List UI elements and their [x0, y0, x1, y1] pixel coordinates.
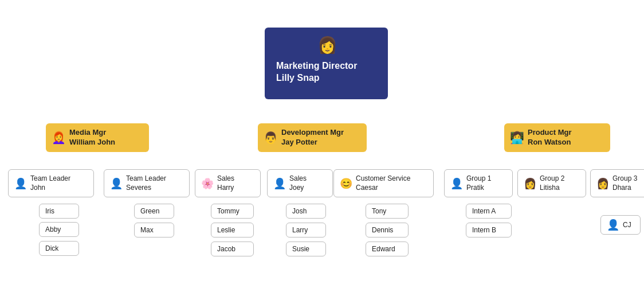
org-chart: 👩 Marketing Director Lilly Snap 👩‍🦰 Medi…	[0, 0, 644, 23]
group1-label: Group 1 Pratik	[466, 174, 491, 192]
group1-pratik-node: 👤 Group 1 Pratik	[444, 169, 513, 197]
sales-harry-node: 🌸 Sales Harry	[195, 169, 261, 197]
product-mgr-avatar: 👩‍💻	[510, 131, 524, 145]
dev-mgr-avatar: 👨	[264, 131, 278, 145]
edward-label: Edward	[372, 245, 395, 253]
tommy-label: Tommy	[217, 207, 239, 215]
group3-dhara-node: 👩 Group 3 Dhara	[590, 169, 644, 197]
iris-node: Iris	[39, 204, 79, 219]
dennis-label: Dennis	[372, 226, 393, 234]
dick-node: Dick	[39, 241, 79, 256]
leslie-label: Leslie	[217, 226, 235, 234]
root-avatar: 👩	[317, 36, 337, 54]
product-mgr-label: Product Mgr Ron Watson	[528, 128, 572, 147]
tl-severes-avatar: 👤	[110, 177, 123, 190]
group2-avatar: 👩	[524, 177, 536, 190]
larry-node: Larry	[286, 223, 326, 238]
group1-avatar: 👤	[450, 177, 463, 190]
susie-node: Susie	[286, 242, 326, 256]
intern-a-label: Intern A	[472, 207, 496, 215]
root-node: 👩 Marketing Director Lilly Snap	[265, 28, 388, 99]
product-mgr-node: 👩‍💻 Product Mgr Ron Watson	[504, 123, 610, 152]
media-mgr-avatar: 👩‍🦰	[52, 131, 66, 145]
max-label: Max	[140, 226, 154, 234]
dennis-node: Dennis	[366, 223, 409, 238]
media-mgr-label: Media Mgr William John	[69, 128, 115, 147]
jacob-label: Jacob	[217, 245, 235, 253]
tl-john-node: 👤 Team Leader John	[8, 169, 94, 197]
larry-label: Larry	[292, 226, 308, 234]
abby-node: Abby	[39, 222, 79, 237]
group2-label: Group 2 Litisha	[540, 174, 564, 192]
dev-mgr-label: Development Mgr Jay Potter	[281, 128, 344, 147]
tl-john-avatar: 👤	[14, 177, 27, 190]
tony-node: Tony	[366, 204, 409, 219]
cs-caesar-label: Customer Service Caesar	[356, 174, 410, 192]
tl-severes-label: Team Leader Severes	[126, 174, 166, 192]
sales-harry-avatar: 🌸	[201, 177, 214, 190]
sales-joey-label: Sales Joey	[289, 174, 307, 192]
dick-label: Dick	[45, 244, 58, 252]
media-mgr-node: 👩‍🦰 Media Mgr William John	[46, 123, 149, 152]
group3-avatar: 👩	[596, 177, 609, 190]
tl-john-label: Team Leader John	[30, 174, 70, 192]
intern-b-node: Intern B	[466, 223, 512, 238]
sales-joey-node: 👤 Sales Joey	[267, 169, 333, 197]
susie-label: Susie	[292, 245, 309, 253]
tommy-node: Tommy	[211, 204, 254, 219]
cs-caesar-avatar: 😊	[340, 177, 352, 190]
connector-lines	[0, 0, 644, 23]
iris-label: Iris	[45, 207, 54, 215]
max-node: Max	[134, 223, 174, 238]
josh-label: Josh	[292, 207, 307, 215]
group2-litisha-node: 👩 Group 2 Litisha	[517, 169, 586, 197]
tony-label: Tony	[372, 207, 386, 215]
green-label: Green	[140, 207, 159, 215]
intern-a-node: Intern A	[466, 204, 512, 219]
sales-harry-label: Sales Harry	[217, 174, 234, 192]
edward-node: Edward	[366, 242, 409, 256]
root-label: Marketing Director Lilly Snap	[276, 60, 357, 84]
cj-avatar: 👤	[607, 219, 619, 231]
intern-b-label: Intern B	[472, 226, 496, 234]
tl-severes-node: 👤 Team Leader Severes	[104, 169, 190, 197]
cs-caesar-node: 😊 Customer Service Caesar	[333, 169, 434, 197]
sales-joey-avatar: 👤	[273, 177, 286, 190]
cj-node: 👤 CJ	[600, 215, 641, 235]
green-node: Green	[134, 204, 174, 219]
leslie-node: Leslie	[211, 223, 254, 238]
group3-label: Group 3 Dhara	[612, 174, 637, 192]
dev-mgr-node: 👨 Development Mgr Jay Potter	[258, 123, 367, 152]
josh-node: Josh	[286, 204, 326, 219]
abby-label: Abby	[45, 225, 61, 233]
cj-label: CJ	[623, 221, 631, 229]
jacob-node: Jacob	[211, 242, 254, 256]
